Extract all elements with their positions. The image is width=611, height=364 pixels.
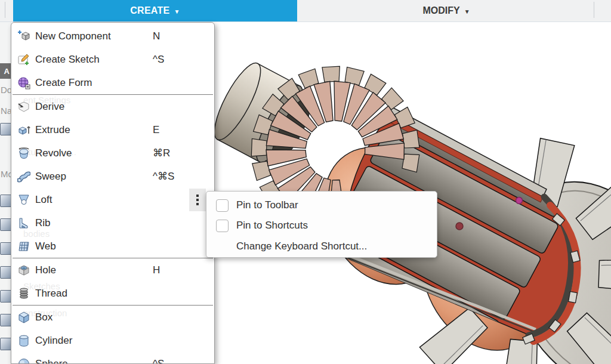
thread-icon — [17, 287, 30, 300]
menu-item-create-form[interactable]: Create Form — [11, 71, 214, 94]
browser-body-icon — [0, 338, 11, 350]
menu-item-label: Create Sketch — [35, 54, 100, 66]
revolve-icon — [17, 147, 30, 160]
browser-panel-edge: A Do Na Mo — [0, 21, 11, 364]
toolbar-separator — [5, 2, 5, 18]
menu-item-new-component[interactable]: New Component N — [11, 24, 214, 48]
create-dropdown-menu: ent Settings ature new v... bodies Sketc… — [11, 22, 215, 364]
chevron-down-icon: ▼ — [174, 8, 180, 15]
menu-item-label: Web — [35, 240, 56, 252]
menu-item-shortcut: ^⌘S — [153, 170, 174, 183]
menu-item-box[interactable]: Box — [11, 306, 214, 329]
change-keyboard-shortcut-item[interactable]: Change Keyboard Shortcut... — [206, 236, 437, 257]
sweep-icon — [17, 170, 30, 183]
box-icon — [17, 311, 30, 324]
browser-body-icon — [0, 314, 11, 326]
menu-item-derive[interactable]: Derive — [11, 95, 214, 118]
menu-item-thread[interactable]: Thread — [11, 282, 214, 305]
menu-item-label: Cylinder — [35, 335, 72, 347]
vertical-dots-icon — [196, 193, 199, 207]
fusion360-window: A Do Na Mo CREATE ▼ MODIFY ▼ ent Setting… — [0, 0, 611, 364]
modify-menu-label: MODIFY — [422, 5, 459, 16]
create-form-icon — [17, 76, 30, 90]
menu-item-rib[interactable]: Rib — [11, 211, 214, 235]
cylinder-icon — [17, 334, 30, 347]
menu-item-label: Derive — [35, 101, 64, 113]
menu-item-label: Loft — [35, 194, 52, 206]
toolbar-separator — [594, 2, 594, 18]
menu-item-label: Revolve — [35, 147, 72, 159]
menu-item-shortcut: H — [153, 264, 160, 276]
menu-item-shortcut: N — [153, 30, 160, 42]
create-sketch-icon — [17, 53, 30, 66]
menu-item-shortcut: E — [153, 124, 159, 136]
browser-body-icon — [0, 290, 11, 303]
menu-item-label: Sphere — [35, 358, 68, 364]
pin-to-toolbar-checkbox[interactable] — [216, 199, 229, 212]
menu-item-label: Box — [35, 311, 53, 323]
browser-text-fragment: Do — [1, 85, 11, 95]
web-icon — [17, 240, 30, 253]
pin-to-toolbar-row[interactable]: Pin to Toolbar — [206, 195, 437, 215]
menu-item-label: New Component — [35, 30, 111, 42]
vertex-dot-maroon[interactable] — [456, 223, 463, 230]
menu-item-shortcut: ^S — [153, 358, 164, 364]
menu-item-options-button[interactable] — [189, 189, 206, 211]
browser-body-icon — [0, 266, 11, 279]
browser-header-fragment: A — [0, 63, 11, 79]
menu-item-loft[interactable]: Loft — [11, 188, 214, 211]
browser-text-fragment: Mo — [1, 169, 11, 179]
pin-to-shortcuts-row[interactable]: Pin to Shortcuts — [206, 215, 437, 236]
derive-icon — [17, 100, 30, 113]
menu-item-label: Rib — [35, 217, 51, 229]
change-keyboard-shortcut-label: Change Keyboard Shortcut... — [236, 240, 367, 252]
menu-item-extrude[interactable]: Extrude E — [11, 118, 214, 141]
menu-item-create-sketch[interactable]: Create Sketch ^S — [11, 48, 214, 71]
menu-item-web[interactable]: Web — [11, 235, 214, 258]
pin-to-shortcuts-label: Pin to Shortcuts — [236, 220, 308, 232]
chevron-down-icon: ▼ — [464, 8, 470, 15]
toolbar: CREATE ▼ MODIFY ▼ — [0, 0, 611, 22]
browser-text-fragment: Na — [1, 106, 11, 116]
create-menu-label: CREATE — [130, 5, 169, 16]
browser-body-icon — [0, 218, 11, 231]
sphere-icon — [17, 357, 30, 364]
menu-item-shortcut: ⌘R — [153, 147, 170, 159]
menu-item-label: Hole — [35, 264, 56, 276]
vertex-dot-magenta[interactable] — [516, 198, 523, 204]
pin-to-shortcuts-checkbox[interactable] — [216, 220, 229, 232]
menu-item-label: Sweep — [35, 171, 66, 183]
menu-item-revolve[interactable]: Revolve ⌘R — [11, 141, 214, 165]
menu-item-cylinder[interactable]: Cylinder — [11, 329, 214, 352]
menu-item-label: Create Form — [35, 77, 92, 89]
browser-body-icon — [0, 123, 11, 135]
menu-item-sweep[interactable]: Sweep ^⌘S — [11, 165, 214, 188]
menu-item-hole[interactable]: Hole H — [11, 258, 214, 282]
browser-body-icon — [0, 195, 11, 207]
modify-menu-button[interactable]: MODIFY ▼ — [297, 0, 595, 21]
menu-item-sphere[interactable]: Sphere ^S — [11, 352, 214, 364]
extrude-icon — [17, 124, 30, 137]
hole-icon — [17, 264, 30, 277]
menu-item-label: Thread — [35, 288, 67, 300]
item-options-popup: Pin to Toolbar Pin to Shortcuts Change K… — [206, 191, 437, 258]
loft-icon — [17, 193, 30, 206]
create-menu-button[interactable]: CREATE ▼ — [13, 0, 297, 21]
menu-item-label: Extrude — [35, 124, 70, 136]
new-component-icon — [17, 30, 30, 43]
rib-icon — [17, 217, 30, 230]
pin-to-toolbar-label: Pin to Toolbar — [236, 199, 298, 211]
menu-item-shortcut: ^S — [153, 54, 164, 66]
browser-body-icon — [0, 242, 11, 255]
